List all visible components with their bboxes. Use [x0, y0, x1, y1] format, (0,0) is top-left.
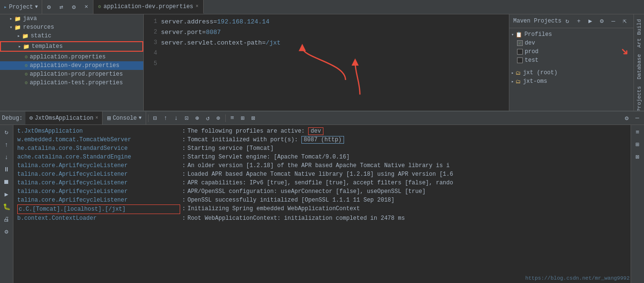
debug-btn-6[interactable]: ↺	[203, 113, 213, 123]
vertical-tab-database[interactable]: Database	[635, 51, 643, 82]
maven-close-icon[interactable]: —	[609, 16, 618, 26]
top-bar-icons: ⚙ ⇄ ⚙ ×	[42, 0, 93, 14]
maven-prod-checkbox[interactable]	[517, 49, 523, 55]
right-btn-1[interactable]: ≡	[632, 127, 643, 137]
debug-close-btn[interactable]: —	[632, 113, 642, 123]
maven-module-jxt-oms[interactable]: ▸ 🗂 jxt-oms	[509, 77, 633, 86]
maven-jxt-oms-label: jxt-oms	[523, 78, 547, 85]
tree-item-app-test-props[interactable]: ⚙ application-test.properties	[0, 79, 143, 87]
maven-profile-dev[interactable]: ✓ dev	[509, 39, 633, 47]
static-folder-icon: 📁	[22, 33, 29, 39]
props-icon-1: ⚙	[25, 54, 28, 60]
tree-item-app-dev-props[interactable]: ⚙ application-dev.properties	[0, 61, 143, 70]
maven-run-icon[interactable]: ▶	[586, 16, 595, 26]
maven-panel: Maven Projects ↻ + ▶ ⚙ — ⇱ ▾ 📋 Profiles …	[509, 14, 633, 111]
resources-folder-icon: 📁	[14, 24, 21, 31]
debug-app-tab[interactable]: ⚙ JxtOmsApplication ×	[25, 112, 103, 125]
bottom-panel: Debug: ⚙ JxtOmsApplication × ▤ Console ▼…	[0, 111, 644, 283]
tab-label: application-dev.properties	[104, 3, 193, 10]
close-icon[interactable]: ×	[81, 2, 91, 12]
right-btn-3[interactable]: ⊠	[632, 152, 643, 162]
side-btn-debug[interactable]: 🐛	[1, 202, 12, 212]
side-btn-up[interactable]: ↑	[1, 139, 12, 150]
debug-btn-2[interactable]: ↑	[161, 113, 171, 123]
props-icon-2: ⚙	[25, 63, 28, 68]
debug-settings-btn[interactable]: ⚙	[622, 113, 632, 123]
side-btn-stop[interactable]: ⏹	[1, 177, 12, 187]
side-btn-run[interactable]: ▶	[1, 189, 12, 200]
maven-profile-prod[interactable]: prod	[509, 47, 633, 56]
side-btn-refresh[interactable]: ↻	[1, 127, 12, 137]
top-bar: ▸ Project ▼ ⚙ ⇄ ⚙ × ⚙ application-dev.pr…	[0, 0, 644, 14]
log-source-1: t.JxtOmsApplication	[17, 127, 180, 136]
tree-item-app-prod-props[interactable]: ⚙ application-prod.properties	[0, 70, 143, 79]
tree-label-app-props: application.properties	[30, 54, 105, 60]
line-num-5: 5	[144, 60, 161, 67]
maven-expand-icon[interactable]: ⇱	[620, 16, 630, 26]
debug-btn-5[interactable]: ⊛	[193, 113, 202, 123]
debug-btn-3[interactable]: ↓	[172, 113, 181, 123]
vertical-tab-art-build[interactable]: Art Build	[635, 16, 643, 50]
props-icon-3: ⚙	[25, 71, 28, 77]
tree-label-app-dev-props: application-dev.properties	[30, 62, 119, 69]
debug-console-tab[interactable]: ▤ Console ▼	[104, 112, 146, 125]
settings-icon[interactable]: ⚙	[44, 2, 54, 12]
code-line-2: 2 server.port=8087	[144, 27, 509, 37]
active-tab[interactable]: ⚙ application-dev.properties ×	[93, 0, 204, 14]
tab-file-icon: ⚙	[98, 4, 101, 10]
tree-item-java[interactable]: ▸ 📁 java	[0, 14, 143, 23]
side-btn-down[interactable]: ↓	[1, 152, 12, 162]
console-line-1: t.JxtOmsApplication : The following prof…	[17, 127, 627, 136]
line-num-4: 4	[144, 50, 161, 57]
debug-btn-9[interactable]: ⊞	[238, 113, 248, 123]
log-source-11: b.context.ContextLoader	[17, 214, 180, 223]
debug-app-close[interactable]: ×	[95, 115, 98, 121]
side-btn-print[interactable]: 🖨	[1, 214, 12, 225]
main-content: ▸ 📁 java ▾ 📁 resources ▸ 📁 static ▸ 📁 te…	[0, 14, 644, 111]
log-msg-2: Tomcat initialized with port(s): 8087 (h…	[187, 136, 344, 144]
log-msg-5: An older version [1.2.18] of the APR bas…	[187, 161, 449, 170]
maven-sync-icon[interactable]: ↻	[563, 16, 572, 26]
log-msg-3: Starting service [Tomcat]	[187, 144, 274, 153]
tree-label-static: static	[31, 33, 51, 39]
code-line-5: 5	[144, 58, 509, 69]
maven-add-icon[interactable]: +	[574, 16, 584, 26]
log-highlight-dev: dev	[308, 127, 323, 135]
debug-btn-7[interactable]: ⊕	[214, 113, 223, 123]
tree-item-static[interactable]: ▸ 📁 static	[0, 32, 143, 40]
maven-dev-checkbox[interactable]: ✓	[517, 40, 523, 46]
debug-btn-10[interactable]: ⊠	[249, 113, 258, 123]
right-btn-2[interactable]: ⊞	[632, 139, 643, 150]
maven-profiles-row[interactable]: ▾ 📋 Profiles	[509, 30, 633, 39]
debug-btn-8[interactable]: ≡	[228, 113, 237, 123]
tree-label-resources: resources	[23, 24, 54, 31]
maven-tree: ▾ 📋 Profiles ✓ dev prod test ▸ 🗂 jxt	[509, 28, 633, 111]
side-btn-pause[interactable]: ⏸	[1, 164, 12, 175]
bottom-left-tools: ↻ ↑ ↓ ⏸ ⏹ ▶ 🐛 🖨 ⚙	[0, 125, 13, 283]
tree-item-app-props[interactable]: ⚙ application.properties	[0, 53, 143, 61]
editor-area[interactable]: 1 server.address=192.168.124.14 2 server…	[144, 14, 509, 111]
log-sep-4: :	[182, 153, 185, 161]
console-line-8: talina.core.AprLifecycleListener : APR/O…	[17, 187, 627, 196]
debug-btn-1[interactable]: ⊟	[150, 113, 160, 123]
tree-item-templates[interactable]: ▸ 📁 templates	[1, 42, 142, 51]
debug-btn-4[interactable]: ⊡	[182, 113, 192, 123]
side-btn-settings[interactable]: ⚙	[1, 226, 12, 237]
log-msg-6: Loaded APR based Apache Tomcat Native li…	[187, 170, 453, 179]
maven-test-checkbox[interactable]	[517, 57, 523, 63]
tree-item-resources[interactable]: ▾ 📁 resources	[0, 23, 143, 32]
tab-close-icon[interactable]: ×	[196, 4, 198, 9]
console-line-10: c.C.[Tomcat].[localhost].[/jxt] : Initia…	[17, 204, 627, 214]
console-line-6: talina.core.AprLifecycleListener : Loade…	[17, 170, 627, 179]
console-line-7: talina.core.AprLifecycleListener : APR c…	[17, 179, 627, 187]
project-title[interactable]: ▸ Project ▼	[0, 0, 42, 14]
maven-settings-icon[interactable]: ⚙	[597, 16, 607, 26]
log-source-5: talina.core.AprLifecycleListener	[17, 161, 180, 170]
console-area: t.JxtOmsApplication : The following prof…	[13, 125, 631, 283]
vertical-tab-maven-projects[interactable]: Maven Projects	[635, 83, 643, 111]
maven-module-jxt[interactable]: ▸ 🗂 jxt (root)	[509, 68, 633, 77]
maven-profile-test[interactable]: test	[509, 56, 633, 65]
gear-icon[interactable]: ⚙	[69, 2, 79, 12]
log-highlight-port: 8087 (http)	[301, 136, 344, 144]
sync-icon[interactable]: ⇄	[57, 2, 66, 12]
